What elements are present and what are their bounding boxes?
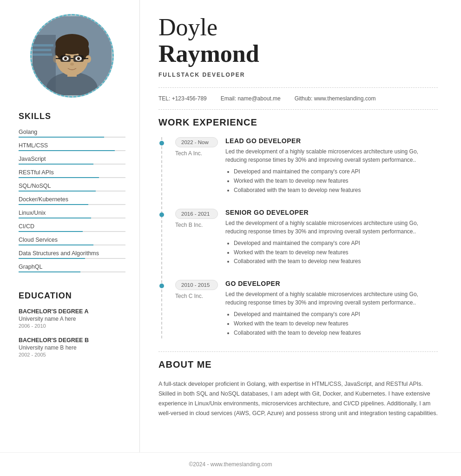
skill-bar-bg <box>19 164 125 165</box>
skill-item: Golang <box>19 129 125 138</box>
bullet-item: Collaborated with the team to develop ne… <box>234 258 438 265</box>
job-period-badge: 2016 - 2021 <box>175 209 218 219</box>
skill-item: Docker/Kubernetes <box>19 196 125 205</box>
skill-name: RESTful APIs <box>19 169 125 176</box>
skill-name: SQL/NoSQL <box>19 183 125 189</box>
edu-degree: BACHELOR's DEGREE A <box>19 308 125 315</box>
skill-bar-fill <box>19 137 104 138</box>
education-item: BACHELOR's DEGREE B University name B he… <box>19 337 125 357</box>
about-heading: ABOUT ME <box>158 359 438 370</box>
skills-section: SKILLS Golang HTML/CSS JavaScript RESTfu… <box>19 112 125 272</box>
job-bullets: Developed and maintained the company's c… <box>225 168 438 194</box>
skill-item: SQL/NoSQL <box>19 183 125 192</box>
main-content: SKILLS Golang HTML/CSS JavaScript RESTfu… <box>0 0 461 452</box>
work-entry: 2016 - 2021 Tech B Inc. SENIOR GO DEVELO… <box>162 209 438 267</box>
job-period-badge: 2010 - 2015 <box>175 280 218 290</box>
svg-point-18 <box>70 63 74 66</box>
education-item: BACHELOR's DEGREE A University name A he… <box>19 308 125 329</box>
edu-years: 2006 - 2010 <box>19 323 125 329</box>
skill-item: Cloud Services <box>19 237 125 245</box>
job-title-text: LEAD GO DEVELOPER <box>225 137 438 145</box>
sidebar: SKILLS Golang HTML/CSS JavaScript RESTfu… <box>0 0 139 452</box>
job-period-badge: 2022 - Now <box>175 137 218 147</box>
skill-bar-bg <box>19 204 125 205</box>
work-experience-heading: WORK EXPERIENCE <box>158 117 438 128</box>
skill-bar-bg <box>19 218 125 218</box>
job-company: Tech C Inc. <box>175 293 218 299</box>
skill-item: HTML/CSS <box>19 142 125 151</box>
skill-bar-fill <box>19 271 80 272</box>
skill-name: CI/CD <box>19 223 125 230</box>
skills-heading: SKILLS <box>19 112 125 121</box>
education-list: BACHELOR's DEGREE A University name A he… <box>19 308 125 357</box>
entry-left: 2022 - Now Tech A Inc. <box>162 137 218 195</box>
skill-item: GraphQL <box>19 264 125 272</box>
bullet-item: Developed and maintained the company's c… <box>234 239 438 247</box>
skill-bar-fill <box>19 218 91 218</box>
bullet-item: Collaborated with the team to develop ne… <box>234 186 438 194</box>
skill-name: Linux/Unix <box>19 210 125 216</box>
svg-point-17 <box>77 57 80 60</box>
entry-right: SENIOR GO DEVELOPER Led the development … <box>218 209 438 267</box>
skill-bar-bg <box>19 150 125 151</box>
job-description: Led the development of a highly scalable… <box>225 147 438 164</box>
job-company: Tech A Inc. <box>175 150 218 157</box>
skill-bar-fill <box>19 204 88 205</box>
education-heading: EDUCATION <box>19 291 125 301</box>
skill-bar-fill <box>19 231 83 232</box>
bullet-item: Worked with the team to develop new feat… <box>234 177 438 185</box>
skill-name: Docker/Kubernetes <box>19 196 125 203</box>
work-entries-container: 2022 - Now Tech A Inc. LEAD GO DEVELOPER… <box>161 137 438 338</box>
skill-bar-fill <box>19 164 93 165</box>
entry-left: 2016 - 2021 Tech B Inc. <box>162 209 218 267</box>
job-bullets: Developed and maintained the company's c… <box>225 239 438 265</box>
skill-item: JavaScript <box>19 156 125 165</box>
skill-name: Golang <box>19 129 125 135</box>
contact-row: TEL: +123-456-789 Email: name@about.me G… <box>158 95 438 102</box>
edu-university: University name A here <box>19 316 125 322</box>
skill-bar-bg <box>19 191 125 192</box>
about-text: A full-stack developer proficient in Gol… <box>158 379 438 419</box>
bullet-item: Developed and maintained the company's c… <box>234 311 438 318</box>
page-wrapper: SKILLS Golang HTML/CSS JavaScript RESTfu… <box>0 0 461 476</box>
job-description: Led the development of a highly scalable… <box>225 219 438 236</box>
avatar-wrapper <box>19 14 125 98</box>
svg-point-16 <box>64 57 67 60</box>
bullet-item: Collaborated with the team to develop ne… <box>234 329 438 337</box>
skill-bar-bg <box>19 245 125 245</box>
skill-bar-fill <box>19 177 99 178</box>
svg-rect-20 <box>33 44 53 46</box>
work-experience-section: WORK EXPERIENCE 2022 - Now Tech A Inc. L… <box>158 117 438 338</box>
skill-name: JavaScript <box>19 156 125 162</box>
skill-bar-bg <box>19 137 125 138</box>
skill-bar-bg <box>19 271 125 272</box>
entry-right: GO DEVELOPER Led the development of a hi… <box>218 280 438 338</box>
divider-3 <box>158 351 438 352</box>
skills-list: Golang HTML/CSS JavaScript RESTful APIs … <box>19 129 125 272</box>
entry-right: LEAD GO DEVELOPER Led the development of… <box>218 137 438 195</box>
edu-years: 2002 - 2005 <box>19 352 125 357</box>
job-title: FULLSTACK DEVELOPER <box>158 72 438 78</box>
skill-bar-bg <box>19 258 125 259</box>
skill-name: Data Structures and Algorithms <box>19 250 125 257</box>
skill-bar-fill <box>19 258 85 259</box>
footer: ©2024 - www.themeslanding.com <box>0 452 461 476</box>
last-name: Raymond <box>158 40 438 67</box>
profile-header: Doyle Raymond FULLSTACK DEVELOPER <box>158 14 438 78</box>
bullet-item: Developed and maintained the company's c… <box>234 168 438 176</box>
job-company: Tech B Inc. <box>175 222 218 228</box>
entry-left: 2010 - 2015 Tech C Inc. <box>162 280 218 338</box>
job-description: Led the development of a highly scalable… <box>225 290 438 307</box>
svg-rect-21 <box>33 49 51 51</box>
skill-bar-bg <box>19 231 125 232</box>
divider-2 <box>158 109 438 110</box>
skill-bar-fill <box>19 245 93 245</box>
job-bullets: Developed and maintained the company's c… <box>225 311 438 337</box>
skill-item: Linux/Unix <box>19 210 125 218</box>
education-section: EDUCATION BACHELOR's DEGREE A University… <box>19 291 125 357</box>
skill-name: GraphQL <box>19 264 125 270</box>
edu-university: University name B here <box>19 344 125 351</box>
skill-item: CI/CD <box>19 223 125 232</box>
job-title-text: GO DEVELOPER <box>225 280 438 287</box>
job-title-text: SENIOR GO DEVELOPER <box>225 209 438 216</box>
